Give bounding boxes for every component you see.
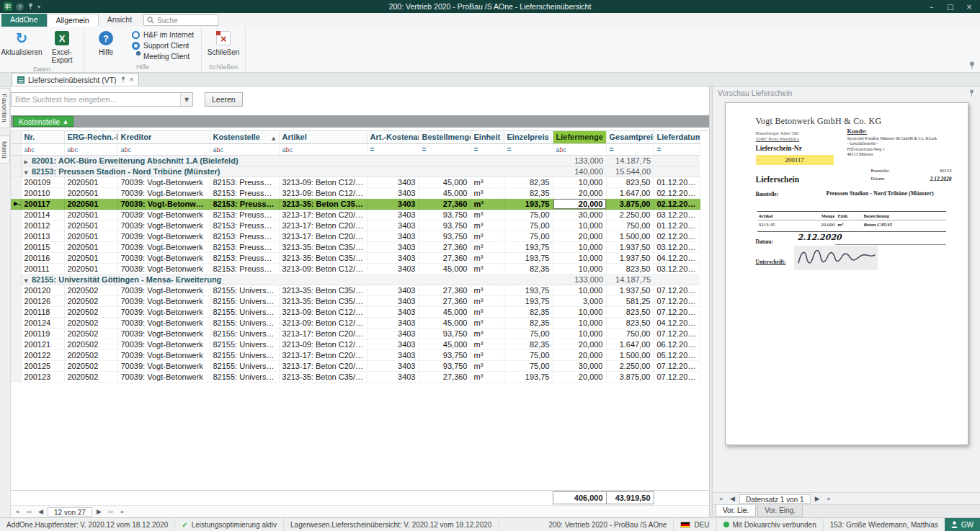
filter-cell-liefermenge[interactable]: abc [553, 143, 606, 155]
column-header-gesamtpreis[interactable]: Gesamtpreis [606, 131, 654, 143]
filter-cell-gesamtpreis[interactable]: = [606, 143, 654, 155]
preview-nav-last-icon[interactable]: » [824, 495, 834, 502]
collapse-group-icon[interactable]: ▼ [24, 170, 28, 176]
table-row[interactable]: 200109202050170039: Vogt-Betonwerk82153:… [11, 177, 700, 187]
table-row[interactable]: 200115202050170039: Vogt-Betonwerk82153:… [11, 241, 700, 252]
column-header-kostenstelle[interactable]: Kostenstelle▲ [210, 131, 279, 143]
column-header-einheit[interactable]: Einheit [471, 131, 504, 143]
filter-cell-kostenstelle[interactable]: abc [210, 143, 279, 155]
hf-internet-button[interactable]: H&F im Internet [129, 30, 197, 40]
preview-nav-prev-icon[interactable]: ◀ [728, 495, 737, 502]
cell-liefermenge: 10,000 [553, 177, 606, 187]
filter-cell-nr[interactable]: abc [21, 143, 64, 155]
column-header-lieferdatum[interactable]: Lieferdatum [654, 131, 700, 143]
tab-allgemein[interactable]: Allgemein [47, 14, 99, 27]
hilfe-button[interactable]: ? Hilfe [86, 27, 126, 58]
doc-tab-lieferscheinuebersicht[interactable]: Lieferscheinübersicht (VT) × [12, 73, 139, 86]
filter-cell-einheit[interactable]: = [471, 143, 504, 155]
nav-next-icon[interactable]: ▶ [94, 508, 104, 515]
table-row[interactable]: 200123202050270039: Vogt-Betonwerk82155:… [11, 371, 700, 382]
delivery-grid[interactable]: Nr.ERG-Rechn.-Nr.KreditorKostenstelle▲Ar… [11, 131, 700, 383]
column-header-kreditor[interactable]: Kreditor [117, 131, 210, 143]
group-row[interactable]: ▼82153: Preussen Stadion - Nord Tribüne … [11, 166, 700, 177]
table-row[interactable]: 200126202050270039: Vogt-Betonwerk82155:… [11, 295, 700, 306]
nav-last-icon[interactable]: » [117, 508, 127, 515]
group-row[interactable]: ▶82001: AOK-Büro Erweiterung Abschnitt 1… [11, 155, 700, 166]
sidebar-tab-favoriten[interactable]: Favoriten [0, 88, 10, 128]
expand-group-icon[interactable]: ▶ [24, 159, 28, 165]
table-row[interactable]: 200113202050170039: Vogt-Betonwerk82153:… [11, 231, 700, 241]
column-header-kostenart[interactable]: Art.-Kostenart [367, 131, 419, 143]
table-row[interactable]: 200119202050270039: Vogt-Betonwerk82155:… [11, 328, 700, 339]
column-header-artikel[interactable]: Artikel [279, 131, 367, 143]
aktualisieren-button[interactable]: ↻ Aktualisieren [1, 27, 42, 58]
table-row[interactable]: 200118202050270039: Vogt-Betonwerk82155:… [11, 306, 700, 317]
ribbon-search-box[interactable]: Suche [143, 14, 218, 26]
nav-first-icon[interactable]: « [13, 508, 22, 515]
close-window-button[interactable]: × [960, 1, 979, 12]
quick-help-icon[interactable]: ? [16, 3, 24, 11]
collapse-group-icon[interactable]: ▼ [24, 278, 28, 284]
quick-pin-icon[interactable] [27, 3, 34, 10]
table-row[interactable]: 200121202050270039: Vogt-Betonwerk82155:… [11, 339, 700, 349]
group-chip-kostenstelle[interactable]: Kostenstelle ▲ [13, 116, 74, 127]
table-row[interactable]: 200114202050170039: Vogt-Betonwerk82153:… [11, 209, 700, 220]
doc-pin-icon[interactable] [120, 76, 126, 83]
table-row[interactable]: ▶200117202050170039: Vogt-Betonwerk82153… [11, 198, 700, 209]
column-header-liefermenge[interactable]: Liefermenge [553, 131, 606, 143]
column-header-bestellmenge[interactable]: Bestellmenge [419, 131, 471, 143]
preview-nav-next-icon[interactable]: ▶ [813, 495, 822, 502]
table-row[interactable]: 200120202050270039: Vogt-Betonwerk82155:… [11, 285, 700, 295]
column-header-einzelpreis[interactable]: Einzelpreis [504, 131, 553, 143]
tab-vor-eing[interactable]: Vor. Eing. [757, 505, 803, 517]
tab-ansicht[interactable]: Ansicht [99, 14, 141, 27]
group-total-liefermenge: 133,000 [553, 155, 606, 166]
tab-vor-lie[interactable]: Vor. Lie. [716, 505, 756, 517]
app-icon[interactable] [4, 2, 12, 11]
table-row[interactable]: 200125202050270039: Vogt-Betonwerk82155:… [11, 360, 700, 371]
tab-addone[interactable]: AddOne [1, 14, 47, 27]
support-client-button[interactable]: Support Client [129, 41, 197, 50]
group-by-bar[interactable]: Kostenstelle ▲ [11, 115, 709, 128]
filter-cell-kostenart[interactable]: = [367, 143, 419, 155]
filter-cell-bestellmenge[interactable]: = [419, 143, 471, 155]
combo-dropdown-icon[interactable]: ▼ [180, 93, 192, 106]
maximize-button[interactable]: □ [941, 1, 960, 12]
meeting-client-button[interactable]: Meeting Client [129, 52, 197, 61]
excel-export-button[interactable]: X Excel-Export [42, 27, 82, 66]
nav-prev-icon[interactable]: ◀ [36, 508, 45, 515]
preview-pin-icon[interactable] [968, 89, 975, 97]
ribbon-pin-icon[interactable] [968, 61, 976, 69]
table-row[interactable]: 200122202050270039: Vogt-Betonwerk82155:… [11, 349, 700, 360]
column-header-erg[interactable]: ERG-Rechn.-Nr. [64, 131, 117, 143]
search-input[interactable] [12, 93, 180, 106]
nav-next-page-icon[interactable]: ›› [106, 508, 115, 515]
cell-liefermenge[interactable]: 20,000 [553, 198, 606, 209]
filter-cell-einzelpreis[interactable]: = [504, 143, 553, 155]
status-language[interactable]: DEU [674, 518, 716, 531]
table-row[interactable]: 200111202050170039: Vogt-Betonwerk82153:… [11, 263, 700, 274]
cell-erg: 2020502 [64, 285, 117, 295]
cell-bestellmenge: 45,000 [419, 317, 471, 328]
filter-cell-artikel[interactable]: abc [279, 143, 367, 155]
group-row[interactable]: ▼82155: Universität Göttingen - Mensa- E… [11, 274, 700, 285]
preview-nav-first-icon[interactable]: « [716, 495, 726, 502]
cell-kostenart: 3403 [367, 241, 419, 252]
column-header-nr[interactable]: Nr. [21, 131, 64, 143]
cell-nr: 200124 [21, 317, 64, 328]
user-badge[interactable]: GW [945, 518, 980, 531]
table-row[interactable]: 200124202050270039: Vogt-Betonwerk82155:… [11, 317, 700, 328]
filter-cell-kreditor[interactable]: abc [117, 143, 210, 155]
leeren-button[interactable]: Leeren [205, 92, 243, 107]
quick-access-dropdown-icon[interactable]: ▾ [37, 4, 40, 10]
sidebar-tab-menue[interactable]: Menü [0, 135, 10, 164]
schliessen-button[interactable]: × Schließen [203, 27, 244, 58]
filter-cell-erg[interactable]: abc [64, 143, 117, 155]
table-row[interactable]: 200110202050170039: Vogt-Betonwerk82153:… [11, 187, 700, 198]
filter-cell-lieferdatum[interactable]: = [654, 143, 700, 155]
minimize-button[interactable]: – [922, 1, 941, 12]
nav-prev-page-icon[interactable]: ‹‹ [24, 508, 34, 515]
table-row[interactable]: 200116202050170039: Vogt-Betonwerk82153:… [11, 252, 700, 263]
doc-close-icon[interactable]: × [130, 76, 134, 84]
table-row[interactable]: 200112202050170039: Vogt-Betonwerk82153:… [11, 220, 700, 231]
